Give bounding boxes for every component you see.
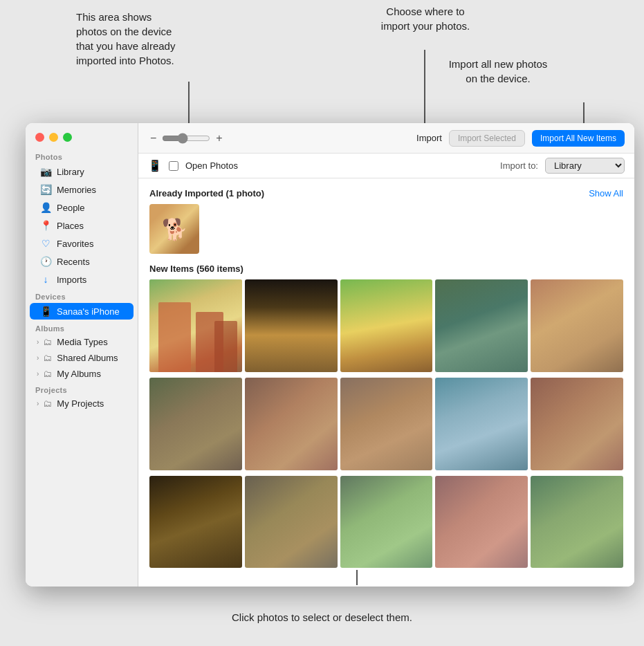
import-to-select[interactable]: Library My Albums: [545, 158, 625, 174]
bottom-annotation: Click photos to select or deselect them.: [232, 610, 412, 626]
photo-thumb[interactable]: [245, 476, 338, 569]
sidebar-item-label: People: [57, 203, 84, 213]
import-selected-button[interactable]: Import Selected: [449, 130, 525, 147]
sidebar-item-label: Sanaa's iPhone: [57, 306, 120, 317]
photo-grid-row3: [149, 476, 623, 569]
iphone-icon: 📱: [39, 306, 52, 317]
sub-toolbar: 📱 Open Photos Import to: Library My Albu…: [138, 154, 634, 178]
memories-icon: 🔄: [39, 184, 52, 195]
sidebar-group-my-projects[interactable]: › 🗂 My Projects: [30, 396, 134, 411]
imports-icon: ↓: [39, 274, 52, 285]
album-icon: 🗂: [43, 337, 52, 347]
annotation-already-imported: This area shows photos on the device tha…: [76, 10, 270, 68]
sidebar-item-sanaas-iphone[interactable]: 📱 Sanaa's iPhone: [30, 303, 134, 320]
annotation-line-right2: [583, 102, 585, 125]
photo-thumb[interactable]: [149, 476, 242, 569]
sidebar-item-label: Recents: [57, 257, 90, 267]
minimize-button[interactable]: [49, 133, 58, 142]
sidebar-item-label: Favorites: [57, 239, 93, 249]
open-photos-checkbox[interactable]: [169, 161, 178, 171]
show-all-link[interactable]: Show All: [589, 188, 623, 199]
sidebar-item-people[interactable]: 👤 People: [30, 199, 134, 216]
photo-thumb[interactable]: [435, 279, 528, 372]
photo-thumb[interactable]: [531, 476, 623, 569]
photo-grid-row1: [149, 279, 623, 372]
already-imported-header: Already Imported (1 photo) Show All: [149, 188, 623, 199]
annotation-line-left: [188, 82, 190, 125]
group-label: Shared Albums: [57, 353, 118, 363]
sidebar-group-media-types[interactable]: › 🗂 Media Types: [30, 335, 134, 349]
sidebar-item-memories[interactable]: 🔄 Memories: [30, 181, 134, 198]
toolbar: − + Import Import Selected Import All Ne…: [138, 123, 634, 154]
sidebar-item-label: Places: [57, 221, 84, 231]
recents-icon: 🕐: [39, 256, 52, 267]
projects-section-label: Projects: [26, 382, 138, 396]
import-label: Import: [416, 133, 442, 143]
sidebar-item-label: Imports: [57, 275, 86, 285]
scroll-area[interactable]: Already Imported (1 photo) Show All New …: [138, 178, 634, 587]
photo-thumb[interactable]: [149, 378, 242, 470]
import-to-label: Import to:: [500, 160, 538, 171]
new-items-header: New Items (560 items): [149, 264, 623, 274]
people-icon: 👤: [39, 202, 52, 213]
library-icon: 📷: [39, 166, 52, 177]
open-photos-label[interactable]: Open Photos: [185, 160, 238, 171]
sidebar-item-label: Library: [57, 167, 84, 177]
chevron-icon: ›: [37, 370, 39, 378]
places-icon: 📍: [39, 220, 52, 231]
window-controls: [26, 123, 138, 149]
close-button[interactable]: [35, 133, 44, 142]
photo-thumb[interactable]: [531, 378, 623, 470]
group-label: Media Types: [57, 337, 107, 347]
sidebar: Photos 📷 Library 🔄 Memories 👤 People 📍 P…: [26, 123, 138, 587]
import-all-button[interactable]: Import All New Items: [532, 130, 625, 147]
photo-thumb[interactable]: [435, 378, 528, 470]
main-content: − + Import Import Selected Import All Ne…: [138, 123, 634, 587]
sidebar-item-library[interactable]: 📷 Library: [30, 163, 134, 180]
mac-window: Photos 📷 Library 🔄 Memories 👤 People 📍 P…: [26, 123, 634, 587]
annotation-choose-where: Choose where to import your photos.: [349, 4, 502, 33]
album-icon: 🗂: [43, 353, 52, 363]
sidebar-item-label: Memories: [57, 185, 96, 195]
dog-photo-thumbnail[interactable]: [149, 204, 199, 254]
sidebar-item-imports[interactable]: ↓ Imports: [30, 271, 134, 288]
already-imported-row: [149, 204, 623, 254]
already-imported-title: Already Imported (1 photo): [149, 188, 264, 199]
zoom-slider[interactable]: [162, 133, 210, 144]
sidebar-item-favorites[interactable]: ♡ Favorites: [30, 235, 134, 252]
devices-section-label: Devices: [26, 288, 138, 302]
album-icon: 🗂: [43, 369, 52, 379]
sidebar-item-places[interactable]: 📍 Places: [30, 217, 134, 234]
photo-thumb[interactable]: [340, 378, 433, 470]
chevron-icon: ›: [37, 400, 39, 407]
chevron-icon: ›: [37, 338, 39, 346]
sidebar-group-shared-albums[interactable]: › 🗂 Shared Albums: [30, 351, 134, 365]
annotation-import-all: Import all new photos on the device.: [415, 57, 581, 86]
zoom-controls: − +: [148, 132, 410, 145]
group-label: My Albums: [57, 369, 101, 379]
maximize-button[interactable]: [63, 133, 72, 142]
photo-thumb[interactable]: [245, 279, 338, 372]
project-icon: 🗂: [43, 398, 52, 409]
photos-section-label: Photos: [26, 149, 138, 163]
photo-thumb[interactable]: [340, 476, 433, 569]
photo-thumb[interactable]: [340, 279, 433, 372]
zoom-out-button[interactable]: −: [148, 132, 158, 145]
annotation-line-right1: [424, 50, 425, 126]
zoom-in-button[interactable]: +: [214, 132, 224, 145]
sidebar-group-my-albums[interactable]: › 🗂 My Albums: [30, 367, 134, 381]
photo-grid-row2: [149, 378, 623, 470]
photo-thumb[interactable]: [149, 279, 242, 372]
chevron-icon: ›: [37, 354, 39, 362]
photo-thumb[interactable]: [531, 279, 623, 372]
photo-thumb[interactable]: [245, 378, 338, 470]
sidebar-item-recents[interactable]: 🕐 Recents: [30, 253, 134, 270]
group-label: My Projects: [57, 398, 104, 409]
favorites-icon: ♡: [39, 238, 52, 249]
device-phone-icon: 📱: [148, 159, 162, 172]
new-items-title: New Items (560 items): [149, 264, 243, 274]
albums-section-label: Albums: [26, 320, 138, 334]
photo-thumb[interactable]: [435, 476, 528, 569]
